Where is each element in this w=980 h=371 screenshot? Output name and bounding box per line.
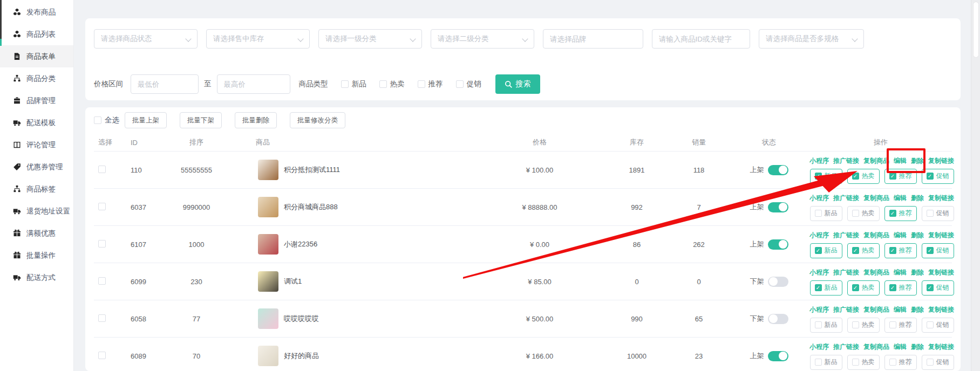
copy-url-link[interactable]: 复制链接 xyxy=(928,342,954,352)
status-toggle[interactable] xyxy=(768,165,788,175)
type-option-4[interactable]: 促销 xyxy=(456,79,481,89)
row-checkbox[interactable] xyxy=(98,240,106,248)
search-button[interactable]: 搜索 xyxy=(495,74,540,94)
tag-toggle-促销[interactable]: ✓促销 xyxy=(922,169,954,184)
tag-toggle-推荐[interactable]: ✓推荐 xyxy=(884,280,917,296)
tag-toggle-推荐[interactable]: ✓推荐 xyxy=(884,206,917,221)
sidebar-item-11[interactable]: 满额优惠 xyxy=(0,222,73,244)
tag-toggle-促销[interactable]: ✓促销 xyxy=(922,243,954,258)
keyword-input[interactable] xyxy=(652,29,750,49)
sidebar-item-12[interactable]: 批量操作 xyxy=(0,244,73,266)
tag-toggle-新品[interactable]: ✓新品 xyxy=(810,169,842,184)
promo-link-link[interactable]: 推广链接 xyxy=(833,268,859,277)
miniprogram-link[interactable]: 小程序 xyxy=(809,268,829,277)
status-toggle[interactable] xyxy=(768,277,788,287)
sidebar-item-1[interactable]: 发布商品 xyxy=(0,1,73,23)
edit-link[interactable]: 编辑 xyxy=(894,231,907,240)
sidebar-item-2[interactable]: 商品列表 xyxy=(0,23,73,45)
multi-spec-select[interactable]: 请选择商品是否多规格 xyxy=(759,29,864,49)
copy-url-link[interactable]: 复制链接 xyxy=(928,305,954,314)
tag-toggle-热卖[interactable]: ✓热卖 xyxy=(847,169,880,184)
delete-link[interactable]: 删除 xyxy=(911,342,924,352)
bulk-edit-category-button[interactable]: 批量修改分类 xyxy=(290,112,345,128)
edit-link[interactable]: 编辑 xyxy=(894,268,907,277)
sidebar-item-10[interactable]: 退货地址设置 xyxy=(0,200,73,222)
promo-link-link[interactable]: 推广链接 xyxy=(833,194,859,203)
min-price-input[interactable] xyxy=(131,74,199,94)
select-all-checkbox[interactable] xyxy=(94,116,101,124)
stock-status-select[interactable]: 请选择售中库存 xyxy=(206,29,310,49)
status-toggle[interactable] xyxy=(768,202,788,212)
tag-toggle-新品[interactable]: 新品 xyxy=(810,206,842,221)
row-checkbox[interactable] xyxy=(98,203,106,210)
tag-toggle-新品[interactable]: ✓新品 xyxy=(810,280,842,296)
delete-link[interactable]: 删除 xyxy=(911,231,924,240)
bulk-off-shelf-button[interactable]: 批量下架 xyxy=(180,112,222,128)
tag-toggle-热卖[interactable]: 热卖 xyxy=(847,355,880,370)
row-checkbox[interactable] xyxy=(98,166,106,173)
status-toggle[interactable] xyxy=(768,314,788,324)
delete-link[interactable]: 删除 xyxy=(911,194,924,203)
row-checkbox[interactable] xyxy=(98,314,106,322)
miniprogram-link[interactable]: 小程序 xyxy=(809,194,829,203)
sidebar-item-9[interactable]: 商品标签 xyxy=(0,178,73,200)
delete-link[interactable]: 删除 xyxy=(911,268,924,277)
tag-toggle-促销[interactable]: 促销 xyxy=(922,206,954,221)
bulk-on-shelf-button[interactable]: 批量上架 xyxy=(125,112,167,128)
product-status-select[interactable]: 请选择商品状态 xyxy=(94,29,198,49)
tag-toggle-推荐[interactable]: ✓推荐 xyxy=(884,243,917,258)
category-level1-select[interactable]: 请选择一级分类 xyxy=(318,29,422,49)
sidebar-item-3[interactable]: 商品表单 xyxy=(0,45,73,67)
row-checkbox[interactable] xyxy=(98,277,106,285)
copy-url-link[interactable]: 复制链接 xyxy=(928,194,954,203)
promo-link-link[interactable]: 推广链接 xyxy=(833,305,859,314)
promo-link-link[interactable]: 推广链接 xyxy=(833,156,859,166)
type-option-3[interactable]: 推荐 xyxy=(418,79,443,89)
tag-toggle-促销[interactable]: 促销 xyxy=(922,318,954,333)
copy-product-link[interactable]: 复制商品 xyxy=(863,231,889,240)
miniprogram-link[interactable]: 小程序 xyxy=(809,231,829,240)
edit-link[interactable]: 编辑 xyxy=(894,194,907,203)
edit-link[interactable]: 编辑 xyxy=(894,342,907,352)
copy-product-link[interactable]: 复制商品 xyxy=(863,156,889,166)
tag-toggle-新品[interactable]: 新品 xyxy=(810,318,842,333)
bulk-delete-button[interactable]: 批量删除 xyxy=(235,112,277,128)
copy-product-link[interactable]: 复制商品 xyxy=(863,342,889,352)
promo-link-link[interactable]: 推广链接 xyxy=(833,231,859,240)
type-option-2[interactable]: 热卖 xyxy=(379,79,405,89)
tag-toggle-促销[interactable]: 促销 xyxy=(922,355,954,370)
brand-input[interactable] xyxy=(543,29,643,49)
max-price-input[interactable] xyxy=(217,74,290,94)
scrollbar-thumb[interactable] xyxy=(973,2,979,58)
sidebar-item-6[interactable]: 配送模板 xyxy=(0,112,73,134)
copy-product-link[interactable]: 复制商品 xyxy=(863,194,889,203)
row-checkbox[interactable] xyxy=(98,352,106,359)
delete-link[interactable]: 删除 xyxy=(911,305,924,314)
miniprogram-link[interactable]: 小程序 xyxy=(809,156,829,166)
miniprogram-link[interactable]: 小程序 xyxy=(809,342,829,352)
status-toggle[interactable] xyxy=(768,239,788,250)
edit-link[interactable]: 编辑 xyxy=(894,305,907,314)
miniprogram-link[interactable]: 小程序 xyxy=(809,305,829,314)
tag-toggle-促销[interactable]: ✓促销 xyxy=(922,280,954,296)
sidebar-item-7[interactable]: 评论管理 xyxy=(0,134,73,156)
tag-toggle-新品[interactable]: 新品 xyxy=(810,355,842,370)
tag-toggle-推荐[interactable]: 推荐 xyxy=(884,355,917,370)
tag-toggle-热卖[interactable]: ✓热卖 xyxy=(847,243,880,258)
type-option-1[interactable]: 新品 xyxy=(341,79,366,89)
copy-url-link[interactable]: 复制链接 xyxy=(928,231,954,240)
copy-product-link[interactable]: 复制商品 xyxy=(863,305,889,314)
tag-toggle-热卖[interactable]: 热卖 xyxy=(847,206,880,221)
sidebar-item-13[interactable]: 配送方式 xyxy=(0,266,73,288)
category-level2-select[interactable]: 请选择二级分类 xyxy=(431,29,534,49)
status-toggle[interactable] xyxy=(768,351,788,361)
copy-url-link[interactable]: 复制链接 xyxy=(928,156,954,166)
sidebar-item-8[interactable]: 优惠券管理 xyxy=(0,156,73,178)
copy-url-link[interactable]: 复制链接 xyxy=(928,268,954,277)
tag-toggle-热卖[interactable]: 热卖 xyxy=(847,318,880,333)
tag-toggle-热卖[interactable]: ✓热卖 xyxy=(847,280,880,296)
copy-product-link[interactable]: 复制商品 xyxy=(863,268,889,277)
sidebar-item-4[interactable]: 商品分类 xyxy=(0,67,73,90)
sidebar-item-5[interactable]: 品牌管理 xyxy=(0,90,73,112)
promo-link-link[interactable]: 推广链接 xyxy=(833,342,859,352)
